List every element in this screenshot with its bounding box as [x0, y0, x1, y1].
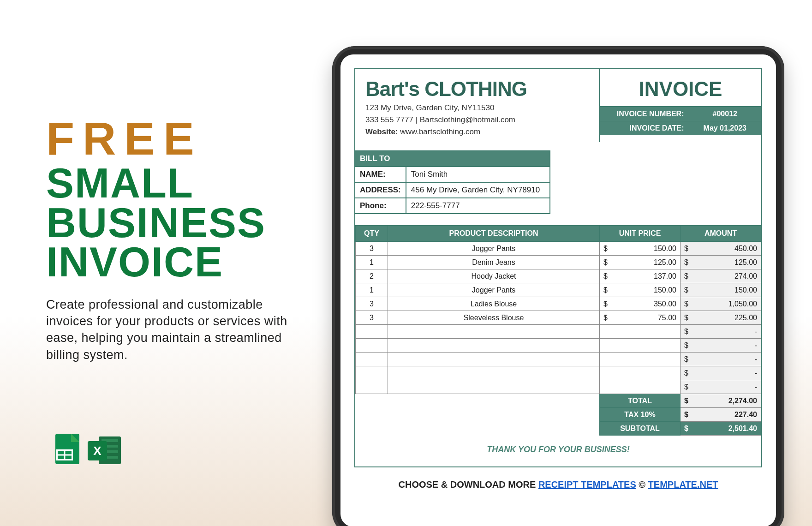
- table-row: 1Jogger Pants$150.00$150.00: [356, 283, 761, 297]
- cell-description: [388, 325, 600, 339]
- company-block: Bart's CLOTHING 123 My Drive, Garden Cit…: [355, 69, 600, 142]
- cell-description: [388, 353, 600, 366]
- promo-panel: FREE SMALL BUSINESS INVOICE Create profe…: [46, 115, 304, 363]
- bill-to-phone-row: Phone: 222-555-7777: [355, 198, 550, 214]
- invoice-title: INVOICE: [600, 69, 761, 107]
- invoice-number-value: #00012: [689, 107, 762, 121]
- cell-qty: 3: [356, 311, 388, 325]
- cell-amount: $450.00: [681, 242, 761, 256]
- cell-description: Ladies Blouse: [388, 297, 600, 311]
- cell-description: Hoody Jacket: [388, 269, 600, 283]
- website-label: Website:: [365, 127, 398, 136]
- footer-link-receipt-templates[interactable]: RECEIPT TEMPLATES: [538, 479, 636, 490]
- cell-qty: [356, 353, 388, 366]
- cell-unit-price: $150.00: [600, 242, 681, 256]
- cell-description: [388, 339, 600, 353]
- cell-amount: $1,050.00: [681, 297, 761, 311]
- cell-unit-price: $125.00: [600, 256, 681, 269]
- cell-qty: [356, 325, 388, 339]
- format-icons: X: [46, 434, 121, 467]
- cell-unit-price: [600, 339, 681, 353]
- cell-qty: 2: [356, 269, 388, 283]
- invoice-meta-box: INVOICE INVOICE NUMBER: #00012 INVOICE D…: [600, 69, 761, 142]
- table-row: $-: [356, 325, 761, 339]
- cell-qty: [356, 380, 388, 394]
- microsoft-excel-icon: X: [88, 434, 121, 467]
- company-address: 123 My Drive, Garden City, NY11530: [365, 103, 589, 113]
- bill-to-header: BILL TO: [354, 150, 550, 166]
- cell-qty: [356, 366, 388, 380]
- cell-amount: $-: [681, 339, 761, 353]
- promo-description: Create professional and customizable inv…: [46, 296, 304, 364]
- col-unit-price: UNIT PRICE: [600, 226, 681, 242]
- table-row: 2Hoody Jacket$137.00$274.00: [356, 269, 761, 283]
- cell-description: [388, 380, 600, 394]
- cell-unit-price: $137.00: [600, 269, 681, 283]
- subtotal-value: $2,501.40: [681, 422, 761, 436]
- cell-qty: 1: [356, 283, 388, 297]
- table-header-row: QTY PRODUCT DESCRIPTION UNIT PRICE AMOUN…: [356, 226, 761, 242]
- promo-free-label: FREE: [46, 115, 304, 161]
- footer-link-template-net[interactable]: TEMPLATE.NET: [648, 479, 718, 490]
- cell-qty: 3: [356, 242, 388, 256]
- col-description: PRODUCT DESCRIPTION: [388, 226, 600, 242]
- bill-to-name-label: NAME:: [355, 167, 406, 182]
- cell-amount: $-: [681, 366, 761, 380]
- cell-amount: $-: [681, 380, 761, 394]
- table-row: $-: [356, 339, 761, 353]
- total-row: TOTAL $2,274.00: [356, 394, 761, 408]
- bill-to-name-value: Toni Smith: [406, 167, 550, 182]
- table-row: 3Sleeveless Blouse$75.00$225.00: [356, 311, 761, 325]
- cell-description: Sleeveless Blouse: [388, 311, 600, 325]
- thank-you-message: THANK YOU FOR YOUR BUSINESS!: [355, 436, 761, 466]
- tax-row: TAX 10% $227.40: [356, 408, 761, 422]
- table-row: 1Denim Jeans$125.00$125.00: [356, 256, 761, 269]
- table-row: 3Ladies Blouse$350.00$1,050.00: [356, 297, 761, 311]
- company-phone-email: 333 555 7777 | Bartsclothing@hotmail.com: [365, 115, 589, 125]
- tablet-screen: Bart's CLOTHING 123 My Drive, Garden Cit…: [340, 54, 776, 526]
- bill-to-name-row: NAME: Toni Smith: [355, 167, 550, 182]
- invoice-date-row: INVOICE DATE: May 01,2023: [600, 121, 761, 135]
- col-qty: QTY: [356, 226, 388, 242]
- tax-value: $227.40: [681, 408, 761, 422]
- cell-qty: 3: [356, 297, 388, 311]
- cell-unit-price: $350.00: [600, 297, 681, 311]
- subtotal-row: SUBTOTAL $2,501.40: [356, 422, 761, 436]
- bill-to-address-value: 456 My Drive, Garden City, NY78910: [406, 182, 550, 198]
- bill-to-address-row: ADDRESS: 456 My Drive, Garden City, NY78…: [355, 182, 550, 198]
- table-row: 3Jogger Pants$150.00$450.00: [356, 242, 761, 256]
- col-amount: AMOUNT: [681, 226, 761, 242]
- table-row: $-: [356, 353, 761, 366]
- footer-links: CHOOSE & DOWNLOAD MORE RECEIPT TEMPLATES…: [354, 479, 762, 490]
- table-row: $-: [356, 380, 761, 394]
- tax-label: TAX 10%: [600, 408, 681, 422]
- footer-mid: ©: [636, 479, 648, 490]
- excel-letter: X: [88, 441, 107, 460]
- bill-to-phone-value: 222-555-7777: [406, 198, 550, 214]
- cell-unit-price: [600, 353, 681, 366]
- line-items-table: QTY PRODUCT DESCRIPTION UNIT PRICE AMOUN…: [355, 225, 761, 436]
- website-value: www.bartsclothing.com: [400, 127, 480, 136]
- cell-amount: $150.00: [681, 283, 761, 297]
- cell-amount: $225.00: [681, 311, 761, 325]
- cell-amount: $125.00: [681, 256, 761, 269]
- invoice-number-row: INVOICE NUMBER: #00012: [600, 107, 761, 121]
- subtotal-label: SUBTOTAL: [600, 422, 681, 436]
- google-sheets-icon: [46, 434, 79, 467]
- invoice-number-label: INVOICE NUMBER:: [600, 107, 689, 121]
- bill-to-block: BILL TO NAME: Toni Smith ADDRESS: 456 My…: [354, 150, 550, 214]
- total-label: TOTAL: [600, 394, 681, 408]
- company-website-row: Website: www.bartsclothing.com: [365, 127, 589, 137]
- invoice-document: Bart's CLOTHING 123 My Drive, Garden Cit…: [354, 68, 762, 467]
- cell-amount: $-: [681, 353, 761, 366]
- invoice-date-label: INVOICE DATE:: [600, 121, 689, 135]
- cell-description: Jogger Pants: [388, 242, 600, 256]
- cell-amount: $274.00: [681, 269, 761, 283]
- cell-amount: $-: [681, 325, 761, 339]
- total-value: $2,274.00: [681, 394, 761, 408]
- cell-unit-price: $150.00: [600, 283, 681, 297]
- company-name: Bart's CLOTHING: [365, 78, 589, 101]
- bill-to-address-label: ADDRESS:: [355, 182, 406, 198]
- cell-unit-price: [600, 380, 681, 394]
- table-row: $-: [356, 366, 761, 380]
